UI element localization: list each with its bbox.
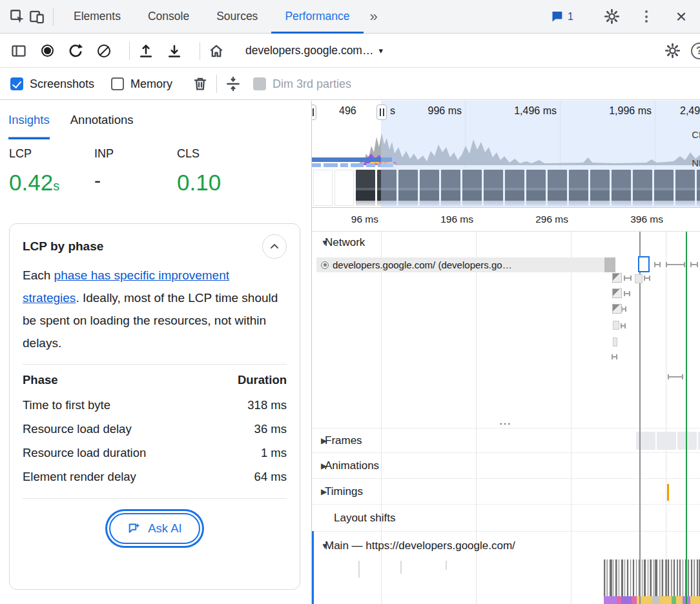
download-profile-icon[interactable]: [165, 41, 184, 61]
performance-toolbar: developers.google.com… ▾ ?: [0, 34, 700, 68]
screenshot-thumbnail[interactable]: [505, 170, 524, 206]
expander-icon: ▶: [312, 487, 325, 496]
reload-and-record-button[interactable]: [66, 41, 85, 61]
track-header-animations[interactable]: ▶ Animations: [312, 452, 700, 478]
inspect-element-icon[interactable]: [8, 7, 27, 26]
track-header-timings[interactable]: ▶ Timings: [312, 478, 700, 504]
metric-lcp[interactable]: LCP 0.42s: [9, 147, 94, 196]
home-icon[interactable]: [207, 41, 226, 61]
network-request-bar[interactable]: [624, 293, 630, 294]
toggle-sidebar-icon[interactable]: [9, 41, 28, 61]
network-request-bar[interactable]: [690, 264, 698, 265]
dim-3rd-parties-checkbox[interactable]: [253, 77, 266, 90]
network-request-bar[interactable]: [666, 264, 685, 265]
metric-cls[interactable]: CLS 0.10: [177, 147, 262, 196]
screenshot-thumbnail[interactable]: [420, 170, 439, 206]
collect-garbage-icon[interactable]: [190, 74, 210, 94]
network-request-bar[interactable]: [613, 337, 617, 347]
overview-network-segment: [312, 163, 321, 167]
devtools-tabbar: Elements Console Sources Performance » 1…: [0, 0, 700, 34]
overview-window-right-handle[interactable]: [376, 105, 387, 120]
timing-event-mark[interactable]: [667, 484, 669, 501]
network-request-bar[interactable]: [612, 356, 617, 357]
screenshot-thumbnail[interactable]: [612, 170, 631, 206]
history-dropdown[interactable]: developers.google.com… ▾: [245, 44, 383, 57]
close-icon[interactable]: ×: [672, 7, 691, 26]
overview-network-segment: [340, 163, 348, 167]
network-request-bar-tail[interactable]: [604, 257, 615, 272]
more-tabs-icon[interactable]: »: [364, 8, 384, 25]
memory-label: Memory: [130, 77, 172, 91]
overview-window-left-handle[interactable]: [312, 105, 316, 120]
screenshot-thumbnail[interactable]: [462, 170, 482, 206]
expander-icon: ▼: [312, 238, 325, 247]
network-request-main-document[interactable]: developers.google.com/ (developers.go…: [316, 257, 604, 272]
settings-gear-icon[interactable]: [602, 7, 621, 26]
issues-button[interactable]: 1: [550, 10, 573, 23]
selected-network-request[interactable]: [638, 256, 650, 272]
screenshots-checkbox[interactable]: [10, 77, 23, 90]
network-request-bar[interactable]: [644, 277, 650, 279]
screenshot-thumbnail[interactable]: [675, 170, 695, 206]
track-label: Timings: [325, 485, 363, 498]
network-request-bar[interactable]: [612, 288, 622, 298]
network-request-bar[interactable]: [621, 325, 626, 327]
detail-ruler: 96 ms 196 ms 296 ms 396 ms: [312, 208, 700, 232]
track-header-layout-shifts[interactable]: Layout shifts: [312, 504, 700, 531]
metric-inp[interactable]: INP -: [94, 147, 177, 196]
request-icon: [321, 261, 329, 269]
screenshot-thumbnail[interactable]: [313, 170, 333, 206]
tab-performance[interactable]: Performance: [271, 0, 363, 34]
memory-checkbox[interactable]: [111, 77, 124, 90]
screenshot-thumbnail[interactable]: [654, 170, 674, 206]
table-row: Resource load delay36 ms: [23, 417, 287, 441]
screenshot-thumbnail[interactable]: [441, 170, 460, 206]
timeline-overview[interactable]: 496 s 996 ms 1,496 ms 1,996 ms 2,49 CP N…: [312, 101, 700, 208]
network-request-bar[interactable]: [654, 264, 661, 265]
track-header-network[interactable]: ▼ Network: [312, 232, 700, 254]
network-request-bar[interactable]: [624, 277, 632, 279]
screenshot-thumbnail[interactable]: [484, 170, 503, 206]
screenshot-thumbnail[interactable]: [526, 170, 546, 206]
screenshot-thumbnail[interactable]: [356, 170, 375, 206]
ai-chat-sparkle-icon: [127, 521, 141, 536]
screenshot-thumbnail[interactable]: [335, 170, 354, 206]
network-request-bar[interactable]: [621, 308, 626, 310]
screenshot-thumbnail[interactable]: [697, 170, 700, 206]
clear-recording-icon[interactable]: [94, 41, 114, 61]
network-request-bar[interactable]: [612, 273, 622, 283]
screenshot-thumbnail[interactable]: [590, 170, 610, 206]
tab-elements[interactable]: Elements: [60, 0, 134, 34]
device-toolbar-icon[interactable]: [27, 7, 46, 26]
kebab-menu-icon[interactable]: [637, 7, 656, 26]
track-splitter-handle[interactable]: …: [312, 412, 700, 428]
network-request-bar[interactable]: [612, 304, 622, 314]
capture-settings-gear-icon[interactable]: [663, 41, 682, 61]
core-web-vitals-metrics: LCP 0.42s INP - CLS 0.10: [0, 139, 311, 196]
network-request-bar[interactable]: [613, 321, 619, 330]
collapse-card-button[interactable]: [262, 234, 287, 259]
record-button[interactable]: [37, 41, 57, 61]
screenshot-thumbnail[interactable]: [398, 170, 418, 206]
screenshot-thumbnail[interactable]: [633, 170, 652, 206]
activity-color-segment: [660, 596, 672, 604]
collapse-tracks-icon[interactable]: [223, 74, 243, 94]
frame-thumbnail[interactable]: [657, 432, 676, 450]
ask-ai-button[interactable]: Ask AI: [109, 513, 200, 544]
lcp-marker-line: [686, 232, 687, 604]
upload-profile-icon[interactable]: [136, 41, 156, 61]
network-request-bar[interactable]: [668, 376, 683, 378]
tab-sources[interactable]: Sources: [203, 0, 271, 34]
screenshot-thumbnail[interactable]: [569, 170, 588, 206]
network-request-bar[interactable]: [635, 274, 643, 283]
tab-console[interactable]: Console: [134, 0, 203, 34]
tab-insights[interactable]: Insights: [8, 101, 50, 139]
overview-tick-label: 1,996 ms: [596, 105, 652, 117]
track-header-main-thread[interactable]: ▼ Main — https://developers.google.com/: [312, 531, 700, 559]
help-icon[interactable]: ?: [691, 43, 700, 59]
screenshot-thumbnail[interactable]: [377, 170, 396, 206]
tab-annotations[interactable]: Annotations: [70, 101, 134, 139]
frame-thumbnail[interactable]: [677, 432, 697, 450]
track-header-frames[interactable]: ▶ Frames: [312, 428, 700, 452]
screenshot-thumbnail[interactable]: [548, 170, 567, 206]
